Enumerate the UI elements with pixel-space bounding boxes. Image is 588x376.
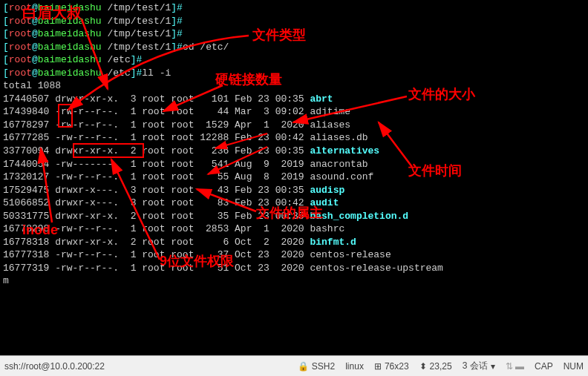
listing-row: 16778298 -rw-r--r--. 1 root root 2853 Ap… [3,222,585,236]
listing-row: 50331775 drwxr-xr-x. 2 root root 35 Feb … [3,210,585,223]
terminal-output: [root@baimeidashu /tmp/test/1]#[root@bai… [0,0,588,355]
status-term: linux [345,361,364,372]
listing-row: 33770094 drwxr-xr-x. 2 root root 236 Feb… [3,145,585,158]
status-ssh: 🔒SSH2 [298,361,335,372]
lock-icon: 🔒 [298,361,309,372]
prompt-line: [root@baimeidashu /tmp/test/1]# [3,27,585,41]
listing-row: 17440054 -rw-------. 1 root root 541 Aug… [3,158,585,171]
total-line: total 1088 [3,79,585,93]
listing-row: 16777285 -rw-r--r--. 1 root root 12288 F… [3,131,585,145]
status-connection: ssh://root@10.0.0.200:22 [4,361,105,372]
prompt-line: [root@baimeidashu /tmp/test/1]# [3,1,585,15]
prompt-line: [root@baimeidashu /tmp/test/1]# [3,15,585,28]
listing-row: 16777319 -rw-r--r--. 1 root root 51 Oct … [3,262,585,275]
status-sessions[interactable]: 3 会话 ▾ [463,360,495,372]
listing-row: 16778318 drwxr-xr-x. 2 root root 6 Oct 2… [3,236,585,249]
listing-row-wrap: m [3,274,585,288]
prompt-line: [root@baimeidashu /tmp/test/1]#cd /etc/ [3,41,585,54]
listing-row: 17320127 -rw-r--r--. 1 root root 55 Aug … [3,171,585,184]
listing-row: 16777318 -rw-r--r--. 1 root root 37 Oct … [3,248,585,262]
status-bar: ssh://root@10.0.0.200:22 🔒SSH2 linux ⊞ 7… [0,355,588,376]
prompt-line: [root@baimeidashu /etc]# [3,53,585,67]
status-cap: CAP [535,361,553,372]
listing-row: 17439840 -rw-r--r--. 1 root root 44 Mar … [3,105,585,119]
listing-row: 17440507 drwxr-xr-x. 3 root root 101 Feb… [3,93,585,106]
listing-row: 16778297 -rw-r--r--. 1 root root 1529 Ap… [3,119,585,132]
status-num: NUM [564,361,584,372]
prompt-line: [root@baimeidashu /etc]#ll -i [3,67,585,80]
status-dims: ⊞ 76x23 [374,361,409,372]
status-pos: ⬍ 23,25 [419,361,452,372]
listing-row: 51066852 drwxr-x---. 3 root root 83 Feb … [3,197,585,210]
listing-row: 17529475 drwxr-x---. 3 root root 43 Feb … [3,184,585,197]
status-updown-icon: ⇅ ▬ [506,361,524,372]
